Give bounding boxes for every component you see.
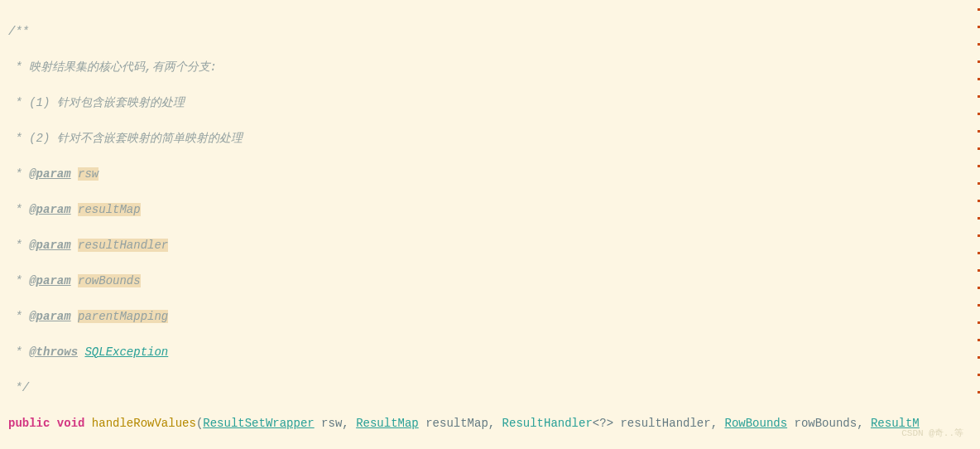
code-line: * @param parentMapping bbox=[8, 308, 980, 326]
space bbox=[71, 310, 78, 323]
watermark: CSDN @奇..等 bbox=[901, 425, 963, 443]
keyword-public: public bbox=[8, 417, 50, 430]
comma: , bbox=[711, 417, 725, 430]
space bbox=[787, 417, 794, 430]
code-line: public void handleRowValues(ResultSetWra… bbox=[8, 415, 980, 433]
space bbox=[71, 203, 78, 216]
throws-tag: @throws bbox=[29, 345, 78, 359]
space bbox=[71, 167, 78, 181]
type-rowbounds[interactable]: RowBounds bbox=[724, 417, 787, 430]
javadoc-star: * bbox=[8, 274, 29, 287]
javadoc-comment: * (2) 针对不含嵌套映射的简单映射的处理 bbox=[8, 132, 243, 145]
javadoc-comment: * (1) 针对包含嵌套映射的处理 bbox=[8, 96, 185, 109]
javadoc-star: * bbox=[8, 345, 29, 359]
javadoc-star: * bbox=[8, 203, 29, 216]
var-resulthandler: resultHandler bbox=[620, 417, 710, 430]
code-line: * @param rowBounds bbox=[8, 273, 980, 291]
param-parentmapping: parentMapping bbox=[78, 310, 168, 323]
type-resultmap[interactable]: ResultMap bbox=[356, 417, 419, 430]
space bbox=[50, 417, 56, 430]
space bbox=[71, 274, 78, 287]
param-rowbounds: rowBounds bbox=[78, 274, 141, 287]
javadoc-comment: * 映射结果集的核心代码,有两个分支: bbox=[8, 60, 217, 74]
code-line: * (1) 针对包含嵌套映射的处理 bbox=[8, 94, 980, 113]
var-resultmap: resultMap bbox=[425, 417, 488, 430]
var-rowbounds: rowBounds bbox=[795, 417, 858, 430]
keyword-void: void bbox=[57, 417, 85, 430]
exception-link[interactable]: SQLException bbox=[84, 345, 168, 359]
comma: , bbox=[488, 417, 502, 430]
code-line: */ bbox=[8, 379, 980, 398]
code-line: * 映射结果集的核心代码,有两个分支: bbox=[8, 59, 980, 77]
code-line: * @throws SQLException bbox=[8, 344, 980, 362]
var-rsw: rsw bbox=[321, 417, 342, 430]
javadoc-end: */ bbox=[8, 381, 29, 394]
code-line: * @param resultHandler bbox=[8, 237, 980, 255]
code-line: /** bbox=[8, 23, 980, 41]
code-line: * @param rsw bbox=[8, 166, 980, 184]
code-editor[interactable]: /** * 映射结果集的核心代码,有两个分支: * (1) 针对包含嵌套映射的处… bbox=[0, 0, 980, 449]
param-tag: @param bbox=[29, 203, 70, 216]
javadoc-star: * bbox=[8, 310, 29, 323]
code-line: * @param resultMap bbox=[8, 201, 980, 220]
javadoc-start: /** bbox=[8, 25, 29, 38]
space bbox=[84, 417, 91, 430]
param-tag: @param bbox=[29, 239, 70, 252]
method-declaration: handleRowValues bbox=[92, 417, 196, 430]
param-resulthandler: resultHandler bbox=[78, 239, 168, 252]
type-resultsetwrapper[interactable]: ResultSetWrapper bbox=[203, 417, 314, 430]
type-resulthandler: ResultHandler bbox=[502, 417, 593, 430]
param-resultmap: resultMap bbox=[78, 203, 141, 216]
javadoc-star: * bbox=[8, 239, 29, 252]
javadoc-star: * bbox=[8, 167, 29, 181]
param-tag: @param bbox=[29, 274, 70, 287]
generic: <?> bbox=[593, 417, 613, 430]
comma: , bbox=[857, 417, 871, 430]
space bbox=[71, 239, 78, 252]
param-tag: @param bbox=[29, 310, 70, 323]
space bbox=[315, 417, 321, 430]
code-line: * (2) 针对不含嵌套映射的简单映射的处理 bbox=[8, 130, 980, 148]
comma: , bbox=[342, 417, 356, 430]
param-tag: @param bbox=[29, 167, 70, 181]
space bbox=[419, 417, 425, 430]
param-rsw: rsw bbox=[78, 167, 98, 181]
